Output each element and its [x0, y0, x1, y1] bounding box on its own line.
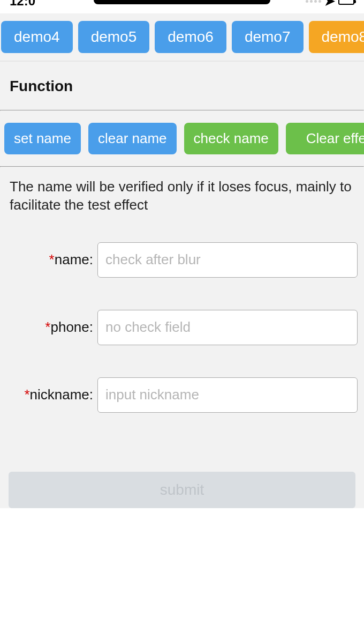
demo-tabs: demo4 demo5 demo6 demo7 demo8 — [0, 13, 364, 62]
required-mark: * — [45, 319, 50, 335]
check-name-button[interactable]: check name — [184, 123, 278, 154]
battery-icon — [338, 0, 354, 5]
form-row-name: *name: — [6, 242, 358, 278]
function-section: Function — [0, 62, 364, 110]
description-text: The name will be verified only if it los… — [0, 167, 364, 220]
tab-demo8[interactable]: demo8 — [309, 21, 365, 53]
location-icon: ➤ — [324, 0, 335, 9]
status-right: ➤ — [306, 0, 354, 9]
name-input[interactable] — [97, 242, 358, 278]
tab-demo4[interactable]: demo4 — [1, 21, 73, 53]
status-bar: 12:0 ➤ — [0, 0, 364, 13]
phone-input[interactable] — [97, 310, 358, 345]
form: *name: *phone: *nickname: — [0, 220, 364, 466]
nickname-label: *nickname: — [6, 386, 97, 403]
clear-name-button[interactable]: clear name — [88, 123, 177, 154]
set-name-button[interactable]: set name — [4, 123, 81, 154]
status-time: 12:0 — [10, 0, 35, 9]
tab-demo7[interactable]: demo7 — [232, 21, 304, 53]
device-notch — [94, 0, 270, 4]
tab-demo6[interactable]: demo6 — [155, 21, 226, 53]
section-title: Function — [10, 78, 354, 95]
required-mark: * — [49, 251, 55, 267]
submit-button[interactable]: submit — [9, 472, 355, 508]
clear-effect-button[interactable]: Clear effect — [286, 123, 364, 154]
required-mark: * — [24, 386, 29, 403]
nickname-input[interactable] — [97, 377, 358, 413]
signal-icon — [306, 0, 321, 3]
action-buttons: set name clear name check name Clear eff… — [0, 111, 364, 166]
form-row-phone: *phone: — [6, 310, 358, 345]
form-row-nickname: *nickname: — [6, 377, 358, 413]
tab-demo5[interactable]: demo5 — [78, 21, 150, 53]
phone-label: *phone: — [6, 319, 97, 336]
name-label: *name: — [6, 251, 97, 268]
